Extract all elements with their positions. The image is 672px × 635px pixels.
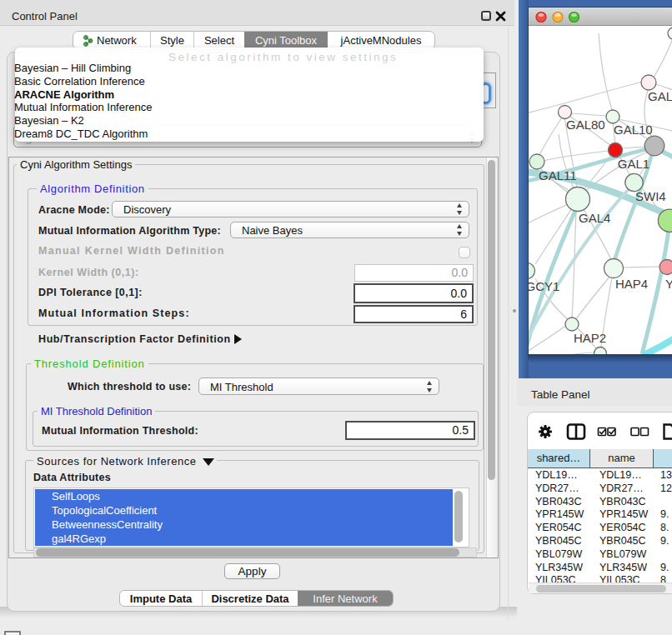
svg-text:HAP4: HAP4 (615, 277, 648, 291)
svg-text:GAL10: GAL10 (614, 122, 653, 137)
svg-text:GAL11: GAL11 (539, 168, 577, 182)
svg-text:GAL4: GAL4 (579, 211, 610, 225)
svg-text:Y: Y (665, 277, 672, 291)
svg-text:GAL1: GAL1 (618, 157, 649, 171)
svg-text:SWI4: SWI4 (635, 189, 666, 203)
svg-text:GAL: GAL (648, 89, 672, 103)
svg-text:HAP2: HAP2 (574, 331, 606, 345)
svg-text:GAL80: GAL80 (566, 118, 605, 132)
svg-text:GCY1: GCY1 (529, 279, 559, 293)
